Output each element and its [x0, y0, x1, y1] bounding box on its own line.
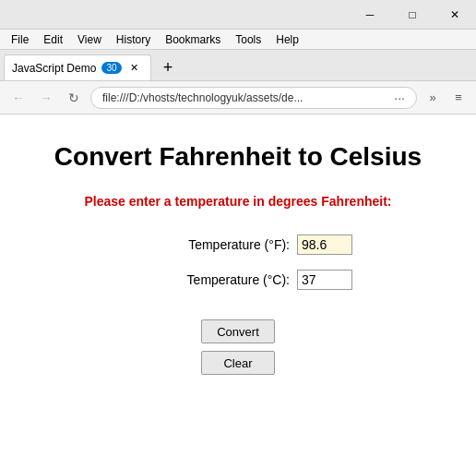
- more-arrows-button[interactable]: »: [422, 88, 443, 108]
- active-tab[interactable]: JavaScript Demo 30 ✕: [4, 54, 151, 80]
- close-button[interactable]: ✕: [434, 0, 476, 30]
- fahrenheit-input[interactable]: [297, 234, 352, 255]
- refresh-button[interactable]: ↻: [63, 87, 85, 109]
- menu-help[interactable]: Help: [268, 30, 306, 49]
- title-bar-controls: ─ □ ✕: [349, 0, 476, 29]
- tab-title: JavaScript Demo: [12, 62, 96, 75]
- maximize-button[interactable]: □: [391, 0, 434, 30]
- menu-edit[interactable]: Edit: [36, 30, 70, 49]
- tab-close-button[interactable]: ✕: [127, 61, 142, 76]
- tab-bar: JavaScript Demo 30 ✕ +: [0, 50, 476, 81]
- celsius-label: Temperature (°C):: [124, 272, 290, 287]
- celsius-input[interactable]: [297, 270, 352, 290]
- subtitle-highlight: Fahrenheit: [321, 194, 387, 209]
- menu-file[interactable]: File: [4, 30, 36, 49]
- tab-badge: 30: [101, 62, 121, 74]
- page-content: Convert Fahrenheit to Celsius Please ent…: [0, 114, 476, 469]
- button-group: Convert Clear: [201, 319, 275, 375]
- menu-history[interactable]: History: [109, 30, 158, 49]
- minimize-button[interactable]: ─: [349, 0, 391, 30]
- url-bar[interactable]: file:///D:/vhosts/technologyuk/assets/de…: [90, 87, 417, 109]
- back-button[interactable]: ←: [7, 87, 30, 109]
- fahrenheit-label: Temperature (°F):: [124, 237, 290, 252]
- forward-button[interactable]: →: [35, 87, 57, 109]
- clear-button[interactable]: Clear: [201, 351, 275, 375]
- convert-button[interactable]: Convert: [201, 319, 275, 343]
- subtitle-after: :: [387, 194, 392, 209]
- new-tab-button[interactable]: +: [155, 54, 181, 80]
- url-more-button[interactable]: ···: [394, 90, 405, 105]
- url-text: file:///D:/vhosts/technologyuk/assets/de…: [102, 91, 394, 104]
- fahrenheit-group: Temperature (°F):: [124, 234, 352, 255]
- page-subtitle: Please enter a temperature in degrees Fa…: [84, 194, 391, 209]
- menu-bookmarks[interactable]: Bookmarks: [158, 30, 228, 49]
- menu-tools[interactable]: Tools: [228, 30, 268, 49]
- hamburger-menu-button[interactable]: ≡: [448, 88, 469, 108]
- menu-bar: File Edit View History Bookmarks Tools H…: [0, 30, 476, 50]
- title-bar: ─ □ ✕: [0, 0, 476, 30]
- celsius-group: Temperature (°C):: [124, 270, 352, 290]
- subtitle-before: Please enter a temperature in degrees: [84, 194, 321, 209]
- address-bar: ← → ↻ file:///D:/vhosts/technologyuk/ass…: [0, 81, 476, 114]
- menu-view[interactable]: View: [70, 30, 109, 49]
- page-title: Convert Fahrenheit to Celsius: [54, 142, 422, 172]
